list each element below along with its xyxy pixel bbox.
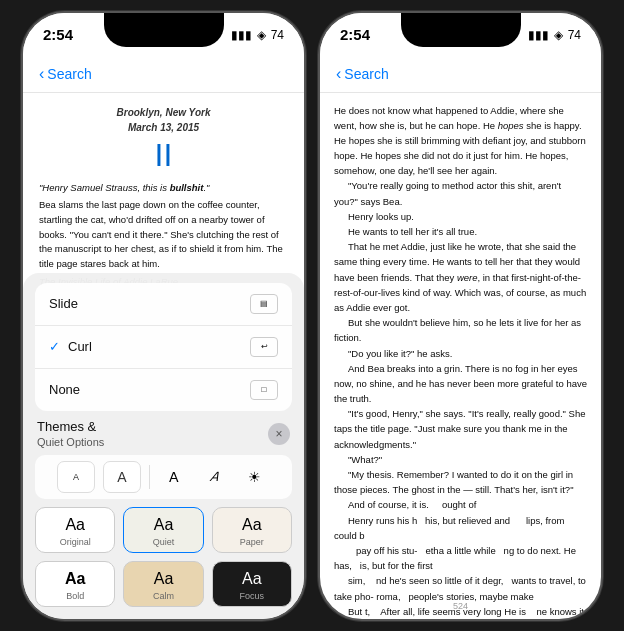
font-style-button[interactable]: 𝘈 — [198, 461, 230, 493]
theme-focus-label: Focus — [240, 591, 265, 601]
curl-icon-box: ↩ — [250, 337, 278, 357]
left-status-time: 2:54 — [43, 26, 73, 43]
left-phone: 2:54 ▮▮▮ ◈ 74 ‹ Search Brooklyn, New Yor… — [21, 11, 306, 621]
bottom-panel: Slide ▤ ✓ Curl ↩ — [23, 273, 304, 619]
right-back-label: Search — [344, 66, 388, 82]
notch — [104, 13, 224, 47]
theme-paper-aa: Aa — [242, 516, 262, 534]
theme-quiet-label: Quiet — [153, 537, 175, 547]
theme-grid: Aa Original Aa Quiet Aa Paper Aa Bold — [23, 507, 304, 619]
font-type-button[interactable]: 𝖠 — [158, 461, 190, 493]
themes-close-button[interactable]: × — [268, 423, 290, 445]
font-increase-button[interactable]: A — [103, 461, 141, 493]
font-icon: 𝖠 — [169, 469, 179, 485]
theme-calm[interactable]: Aa Calm — [123, 561, 203, 607]
theme-focus-aa: Aa — [242, 570, 262, 588]
chevron-left-icon: ‹ — [39, 65, 44, 83]
curl-option[interactable]: ✓ Curl ↩ — [35, 326, 292, 369]
check-icon: ✓ — [49, 339, 60, 354]
right-battery-icon: 74 — [568, 28, 581, 42]
font-controls: A A 𝖠 𝘈 ☀ — [35, 455, 292, 499]
book-chapter: II — [39, 139, 288, 171]
right-phone: 2:54 ▮▮▮ ◈ 74 ‹ Search He does not know … — [318, 11, 603, 621]
slide-icon-box: ▤ — [250, 294, 278, 314]
display-settings-button[interactable]: ☀ — [238, 461, 270, 493]
right-notch — [401, 13, 521, 47]
theme-quiet-aa: Aa — [154, 516, 174, 534]
font-separator — [149, 465, 150, 489]
theme-bold-label: Bold — [66, 591, 84, 601]
page-number: 524 — [453, 601, 468, 611]
scroll-icon: ▤ — [260, 299, 268, 308]
wifi-icon: ◈ — [257, 28, 266, 42]
right-wifi-icon: ◈ — [554, 28, 563, 42]
theme-calm-aa: Aa — [154, 570, 174, 588]
none-label: None — [49, 382, 80, 397]
right-nav-bar: ‹ Search — [320, 57, 601, 93]
slide-menu: Slide ▤ ✓ Curl ↩ — [35, 283, 292, 411]
theme-calm-label: Calm — [153, 591, 174, 601]
phones-container: 2:54 ▮▮▮ ◈ 74 ‹ Search Brooklyn, New Yor… — [21, 11, 603, 621]
book-location: Brooklyn, New YorkMarch 13, 2015 — [39, 105, 288, 135]
none-icon: □ — [262, 385, 267, 394]
large-a-label: A — [117, 469, 126, 485]
theme-paper[interactable]: Aa Paper — [212, 507, 292, 553]
font-style-icon: 𝘈 — [210, 468, 218, 485]
none-icon-box: □ — [250, 380, 278, 400]
right-back-button[interactable]: ‹ Search — [336, 65, 389, 83]
themes-header: Themes & Quiet Options × — [23, 411, 304, 455]
theme-original[interactable]: Aa Original — [35, 507, 115, 553]
theme-quiet[interactable]: Aa Quiet — [123, 507, 203, 553]
themes-title: Themes & Quiet Options — [37, 419, 104, 449]
signal-icon: ▮▮▮ — [231, 28, 252, 42]
theme-paper-label: Paper — [240, 537, 264, 547]
close-icon: × — [275, 427, 282, 441]
right-status-icons: ▮▮▮ ◈ 74 — [528, 28, 581, 42]
slide-label: Slide — [49, 296, 78, 311]
left-status-bar: 2:54 ▮▮▮ ◈ 74 — [23, 13, 304, 57]
theme-bold[interactable]: Aa Bold — [35, 561, 115, 607]
none-option[interactable]: None □ — [35, 369, 292, 411]
left-status-icons: ▮▮▮ ◈ 74 — [231, 28, 284, 42]
book-header: Brooklyn, New YorkMarch 13, 2015 II — [39, 105, 288, 171]
theme-original-label: Original — [60, 537, 91, 547]
right-status-bar: 2:54 ▮▮▮ ◈ 74 — [320, 13, 601, 57]
display-icon: ☀ — [248, 469, 261, 485]
curl-label: Curl — [68, 339, 92, 354]
theme-bold-aa: Aa — [65, 570, 85, 588]
small-a-label: A — [73, 472, 79, 482]
right-status-time: 2:54 — [340, 26, 370, 43]
left-back-label: Search — [47, 66, 91, 82]
theme-focus[interactable]: Aa Focus — [212, 561, 292, 607]
left-back-button[interactable]: ‹ Search — [39, 65, 92, 83]
right-book-content: He does not know what happened to Addie,… — [320, 93, 601, 619]
right-signal-icon: ▮▮▮ — [528, 28, 549, 42]
font-decrease-button[interactable]: A — [57, 461, 95, 493]
right-chevron-left-icon: ‹ — [336, 65, 341, 83]
left-nav-bar: ‹ Search — [23, 57, 304, 93]
theme-original-aa: Aa — [65, 516, 85, 534]
curl-icon: ↩ — [261, 342, 268, 351]
slide-option[interactable]: Slide ▤ — [35, 283, 292, 326]
battery-icon: 74 — [271, 28, 284, 42]
